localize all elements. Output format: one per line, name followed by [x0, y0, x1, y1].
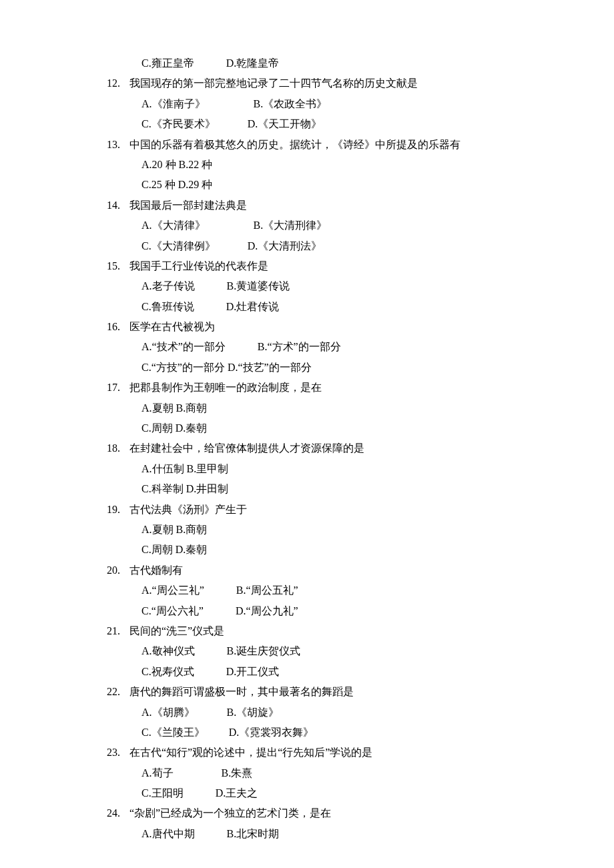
- question-stem: 我国最后一部封建法典是: [129, 195, 534, 215]
- option-text: A.荀子: [141, 767, 174, 779]
- option-text: C.“方技”的一部分 D.“技艺”的一部分: [141, 362, 312, 373]
- question-number: 21: [93, 621, 117, 641]
- option-text: B.朱熹: [222, 767, 253, 779]
- option-line: A.《淮南子》B.《农政全书》: [93, 94, 534, 114]
- question-number: 19: [93, 500, 117, 520]
- option-text: C.《大清律例》: [141, 240, 216, 252]
- option-line: C.《齐民要术》D.《天工开物》: [93, 114, 534, 134]
- question-row: 13 .中国的乐器有着极其悠久的历史。据统计，《诗经》中所提及的乐器有: [93, 135, 534, 155]
- option-text: A.夏朝 B.商朝: [141, 402, 207, 414]
- option-text: C.《兰陵王》: [141, 727, 205, 738]
- question-dot: .: [117, 621, 129, 641]
- question-number: 24: [93, 803, 117, 823]
- option-line: A.20 种 B.22 种: [93, 155, 534, 175]
- question-row: 22 .唐代的舞蹈可谓盛极一时，其中最著名的舞蹈是: [93, 682, 534, 702]
- question-stem: 我国现存的第一部完整地记录了二十四节气名称的历史文献是: [129, 73, 534, 93]
- option-text: A.《淮南子》: [141, 98, 206, 109]
- option-text: D.王夫之: [216, 787, 258, 799]
- option-d: D.乾隆皇帝: [226, 57, 280, 69]
- option-text: A.20 种 B.22 种: [141, 159, 212, 170]
- option-line: C.周朝 D.秦朝: [93, 540, 534, 560]
- question-stem: 古代婚制有: [129, 560, 534, 580]
- option-text: C.王阳明: [141, 787, 184, 799]
- question-dot: .: [117, 256, 129, 276]
- option-line: C.“周公六礼”D.“周公九礼”: [93, 601, 534, 621]
- question-number: 12: [93, 73, 117, 93]
- question-stem: 医学在古代被视为: [129, 317, 534, 337]
- option-line: C.鲁班传说D.灶君传说: [93, 297, 534, 317]
- option-line: C.《大清律例》D.《大清刑法》: [93, 236, 534, 256]
- option-text: B.黄道婆传说: [227, 280, 290, 292]
- question-number: 13: [93, 135, 117, 155]
- option-text: A.唐代中期: [141, 828, 195, 839]
- option-text: D.开工仪式: [226, 666, 280, 677]
- option-line: C.科举制 D.井田制: [93, 479, 534, 499]
- question-stem: 唐代的舞蹈可谓盛极一时，其中最著名的舞蹈是: [129, 682, 534, 702]
- question-stem: “杂剧”已经成为一个独立的艺术门类，是在: [129, 803, 534, 823]
- option-text: B.《胡旋》: [227, 707, 280, 718]
- option-text: A.老子传说: [141, 280, 195, 292]
- question-number: 20: [93, 560, 117, 580]
- question-row: 16 .医学在古代被视为: [93, 317, 534, 337]
- question-dot: .: [117, 378, 129, 398]
- option-text: B.“周公五礼”: [236, 584, 298, 596]
- option-text: B.《农政全书》: [254, 98, 328, 109]
- question-stem: 把郡县制作为王朝唯一的政治制度，是在: [129, 378, 534, 398]
- option-line: C.《兰陵王》D.《霓裳羽衣舞》: [93, 723, 534, 743]
- option-line: A.“周公三礼”B.“周公五礼”: [93, 580, 534, 600]
- question-dot: .: [117, 317, 129, 337]
- option-text: A.什伍制 B.里甲制: [141, 463, 228, 474]
- option-line: C.王阳明D.王夫之: [93, 783, 534, 803]
- question-row: 21 .民间的“洗三”仪式是: [93, 621, 534, 641]
- question-number: 23: [93, 743, 117, 763]
- option-text: A.《胡腾》: [141, 707, 195, 718]
- option-line: C.“方技”的一部分 D.“技艺”的一部分: [93, 358, 534, 378]
- option-text: C.鲁班传说: [141, 301, 194, 312]
- question-stem: 在古代“知行”观的论述中，提出“行先知后”学说的是: [129, 743, 534, 763]
- question-row: 15 .我国手工行业传说的代表作是: [93, 256, 534, 276]
- option-text: C.周朝 D.秦朝: [141, 422, 207, 434]
- question-row: 12 .我国现存的第一部完整地记录了二十四节气名称的历史文献是: [93, 73, 534, 93]
- question-stem: 民间的“洗三”仪式是: [129, 621, 534, 641]
- option-text: D.《霓裳羽衣舞》: [229, 727, 314, 738]
- option-text: D.灶君传说: [226, 301, 280, 312]
- question-dot: .: [117, 73, 129, 93]
- option-text: D.《大清刑法》: [248, 240, 322, 252]
- option-line: A.《胡腾》B.《胡旋》: [93, 703, 534, 723]
- question-stem: 中国的乐器有着极其悠久的历史。据统计，《诗经》中所提及的乐器有: [129, 135, 534, 155]
- question-row: 18 .在封建社会中，给官僚体制提供人才资源保障的是: [93, 438, 534, 458]
- question-row: 19 .古代法典《汤刑》产生于: [93, 500, 534, 520]
- option-text: B.北宋时期: [227, 828, 280, 839]
- question-dot: .: [117, 743, 129, 763]
- option-line: A.敬神仪式B.诞生庆贺仪式: [93, 641, 534, 661]
- option-text: A.《大清律》: [141, 220, 206, 231]
- question-row: 17 .把郡县制作为王朝唯一的政治制度，是在: [93, 378, 534, 398]
- option-line: C.周朝 D.秦朝: [93, 418, 534, 438]
- option-text: C.《齐民要术》: [141, 118, 216, 129]
- option-text: C.科举制 D.井田制: [141, 483, 228, 494]
- question-dot: .: [117, 135, 129, 155]
- question-number: 14: [93, 195, 117, 215]
- option-line: A.荀子B.朱熹: [93, 763, 534, 783]
- option-line: C.祝寿仪式D.开工仪式: [93, 662, 534, 682]
- option-text: C.祝寿仪式: [141, 666, 194, 677]
- option-text: C.25 种 D.29 种: [141, 179, 212, 190]
- question-row: 14 .我国最后一部封建法典是: [93, 195, 534, 215]
- option-line: A.老子传说B.黄道婆传说: [93, 276, 534, 296]
- option-text: B.“方术”的一部分: [258, 341, 341, 352]
- option-line: A.什伍制 B.里甲制: [93, 459, 534, 479]
- option-text: A.“技术”的一部分: [141, 341, 226, 352]
- question-number: 16: [93, 317, 117, 337]
- option-line: A.“技术”的一部分B.“方术”的一部分: [93, 337, 534, 357]
- option-text: A.“周公三礼”: [141, 584, 204, 596]
- question-row: 20 .古代婚制有: [93, 560, 534, 580]
- option-text: D.“周公九礼”: [236, 605, 298, 616]
- question-number: 22: [93, 682, 117, 702]
- question-stem: 在封建社会中，给官僚体制提供人才资源保障的是: [129, 438, 534, 458]
- option-line: A.夏朝 B.商朝: [93, 520, 534, 540]
- question-dot: .: [117, 803, 129, 823]
- option-text: B.《大清刑律》: [254, 220, 328, 231]
- question-dot: .: [117, 500, 129, 520]
- question-number: 15: [93, 256, 117, 276]
- question-dot: .: [117, 682, 129, 702]
